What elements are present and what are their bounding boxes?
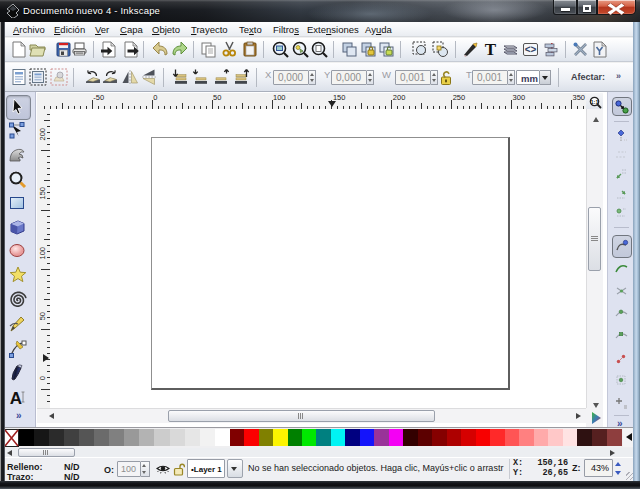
svg-text:1:1: 1:1 bbox=[591, 99, 599, 105]
svg-text:A: A bbox=[10, 389, 22, 408]
svg-text:T: T bbox=[484, 41, 496, 58]
svg-text:<>: <> bbox=[525, 44, 537, 55]
